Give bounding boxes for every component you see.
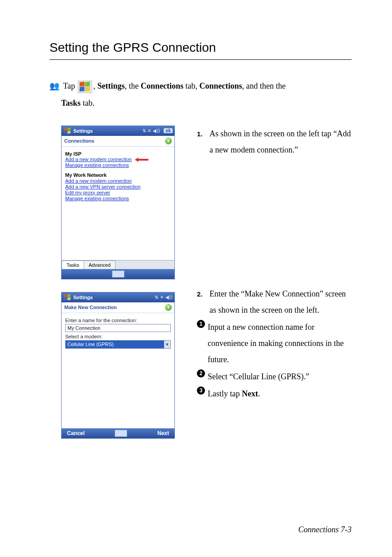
step-2-bullet-1: 1 Input a new connection name for conven…: [197, 319, 352, 368]
step-1-number: 1.: [197, 126, 206, 158]
link-add-modem-isp[interactable]: Add a new modem connection: [65, 157, 132, 162]
screenshot-make-new-connection: Settings ⇅ ✕ ◀)) Make New Connection ? E…: [61, 292, 175, 439]
cancel-button[interactable]: Cancel: [67, 430, 85, 436]
step-2-text: Enter the “Make New Connection” screen a…: [209, 286, 352, 318]
circled-2-icon: 2: [197, 369, 205, 377]
input-connection-name[interactable]: [65, 324, 171, 332]
step-2-bullet-1-text: Input a new connection name for convenie…: [208, 319, 352, 368]
circled-1-icon: 1: [197, 320, 205, 328]
page-footer: Connections 7-3: [298, 525, 352, 535]
tab-tasks[interactable]: Tasks: [62, 261, 84, 269]
intro-tap: Tap: [63, 81, 75, 90]
wm-body: My ISP Add a new modem connection Manage…: [62, 147, 174, 257]
intro-and-then: , and then the: [242, 81, 285, 90]
wm-body: Enter a name for the connection: Select …: [62, 313, 174, 428]
wm-titlebar: Settings ⇅ ✕ ◀)) ok: [62, 126, 174, 136]
help-icon[interactable]: ?: [165, 138, 172, 144]
status-icons: ⇅ ✕ ◀)): [155, 295, 173, 300]
link-manage-work[interactable]: Manage existing connections: [65, 196, 129, 201]
start-flag-icon: [78, 81, 92, 93]
ok-button[interactable]: ok: [164, 128, 173, 133]
intro-settings: Settings: [97, 81, 125, 90]
page-title: Setting the GPRS Connection: [49, 40, 352, 60]
wm-bottombar: [62, 269, 174, 279]
step-2-bullet-3-text: Lastly tap Next.: [208, 386, 352, 402]
help-icon[interactable]: ?: [165, 304, 172, 311]
link-add-modem-work[interactable]: Add a new modem connection: [65, 178, 132, 184]
screenshot-connections: Settings ⇅ ✕ ◀)) ok Connections ? My ISP…: [61, 126, 175, 279]
intro-tab-word2: tab.: [80, 99, 94, 108]
wm-subtitle: Connections: [64, 138, 94, 144]
label-connection-name: Enter a name for the connection:: [65, 318, 171, 323]
next-button[interactable]: Next: [157, 430, 169, 436]
wm-subtitle-row: Make New Connection ?: [62, 302, 174, 313]
label-select-modem: Select a modem:: [65, 334, 171, 339]
wm-bottombar: Cancel Next: [62, 428, 174, 438]
intro-connections-tab: Connections: [141, 81, 183, 90]
start-flag-icon[interactable]: [63, 127, 71, 135]
select-modem-value: Cellular Line (GPRS): [67, 341, 114, 347]
svg-marker-0: [135, 157, 148, 162]
step-1: 1. As shown in the screen on the left ta…: [197, 126, 352, 158]
wm-title: Settings: [73, 295, 153, 300]
intro-connections: Connections: [199, 81, 242, 90]
group-title-isp: My ISP: [65, 151, 171, 157]
wm-subtitle-row: Connections ?: [62, 136, 174, 147]
wm-tabs: Tasks Advanced: [62, 260, 174, 269]
start-flag-icon[interactable]: [63, 294, 71, 301]
link-add-vpn[interactable]: Add a new VPN server connection: [65, 184, 141, 189]
tab-advanced[interactable]: Advanced: [84, 261, 116, 269]
step-1-text: As shown in the screen on the left tap “…: [209, 126, 352, 158]
step-2: 2. Enter the “Make New Connection” scree…: [197, 286, 352, 318]
intro-the: , the: [125, 81, 141, 90]
keyboard-icon[interactable]: [112, 270, 125, 278]
status-icons: ⇅ ✕ ◀)): [143, 128, 160, 133]
step-2-bullet-2-text: Select “Cellular Line (GPRS).”: [208, 368, 352, 385]
group-title-work: My Work Network: [65, 172, 171, 178]
circled-3-icon: 3: [197, 386, 205, 395]
chevron-down-icon: ▾: [164, 341, 170, 348]
link-manage-isp[interactable]: Manage existing connections: [65, 162, 129, 168]
intro-tab-word: tab,: [183, 81, 200, 90]
wm-titlebar: Settings ⇅ ✕ ◀)): [62, 292, 174, 302]
instructions-column: 1. As shown in the screen on the left ta…: [197, 126, 352, 403]
intro-paragraph: 👥 Tap , Settings, the Connections tab, C…: [49, 78, 352, 112]
wm-title: Settings: [73, 128, 141, 134]
step-2-bullet-2: 2 Select “Cellular Line (GPRS).”: [197, 368, 352, 385]
people-icon: 👥: [49, 81, 59, 90]
intro-tasks: Tasks: [61, 99, 80, 108]
step-2-number: 2.: [197, 286, 206, 318]
red-arrow-icon: [135, 157, 148, 162]
select-modem[interactable]: Cellular Line (GPRS) ▾: [65, 340, 171, 349]
link-edit-proxy[interactable]: Edit my proxy server: [65, 190, 110, 195]
wm-subtitle: Make New Connection: [64, 305, 117, 310]
step-2-bullet-3: 3 Lastly tap Next.: [197, 386, 352, 402]
keyboard-icon[interactable]: [115, 430, 127, 437]
